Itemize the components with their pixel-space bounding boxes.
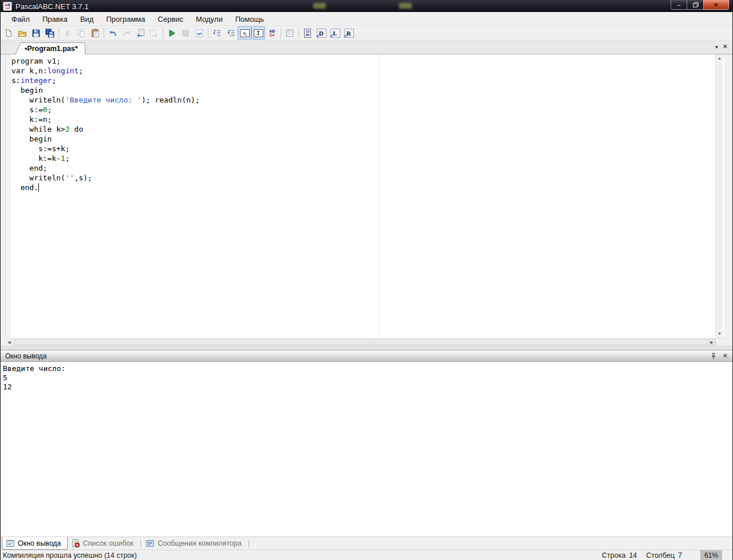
tab-separator (140, 539, 141, 547)
app-window: AB .net PascalABC.NET 3.7.1 – ✕ Файл Пра… (0, 0, 733, 560)
tab-list-dropdown-icon[interactable]: ▾ (715, 44, 718, 50)
save-all-button[interactable] (43, 26, 57, 40)
save-all-icon (45, 28, 55, 38)
format-code-button[interactable] (210, 26, 224, 40)
menu-view[interactable]: Вид (74, 14, 100, 25)
code-line: s:=0; (11, 105, 200, 115)
code-line: k:=n; (11, 115, 200, 124)
status-line-label: Строка (602, 551, 625, 559)
redo-button[interactable] (120, 26, 133, 40)
copy-button[interactable] (74, 26, 88, 40)
disassembly-l-icon: ↲L (330, 29, 340, 38)
code-text[interactable]: program v1;var k,n:longint;s:integer; be… (11, 56, 200, 192)
tab-close-icon[interactable]: ✕ (723, 43, 728, 50)
code-line: k:=k-1; (11, 153, 200, 163)
tab-output-window-label: Окно вывода (18, 539, 61, 547)
code-line: end. (11, 183, 200, 192)
toolbar-separator (281, 28, 281, 38)
disassembly-d-button[interactable]: ↲D (314, 26, 328, 40)
output-panel-title: Окно вывода (5, 352, 47, 360)
scroll-up-icon[interactable]: ▲ (716, 54, 723, 62)
save-file-icon (31, 28, 41, 38)
toolbar-separator (163, 28, 163, 38)
restore-icon (693, 2, 698, 7)
nav-forward-button[interactable] (147, 26, 161, 40)
code-line: begin (11, 134, 200, 144)
editor-gutter (6, 54, 11, 338)
ibeam-toggle-button[interactable]: I (251, 26, 265, 40)
nav-back-button[interactable] (133, 26, 147, 40)
tab-error-list[interactable]: Список ошибок (68, 537, 140, 550)
document-tab-strip: •Program1.pas* ▾ ✕ (1, 41, 732, 54)
output-text: Введите число: 5 12 (1, 362, 732, 392)
new-file-button[interactable] (2, 26, 15, 40)
redo-icon (121, 28, 132, 38)
format-code-icon (212, 28, 222, 38)
cut-icon: ✂ (64, 29, 71, 38)
disassembly-r-button[interactable]: ↲R (342, 26, 356, 40)
output-window-icon (6, 539, 15, 548)
form-designer-button[interactable] (283, 26, 297, 40)
app-logo-icon: AB .net (3, 2, 12, 11)
menu-file[interactable]: Файл (5, 14, 36, 25)
close-button[interactable]: ✕ (703, 0, 729, 10)
tab-program1[interactable]: •Program1.pas* (22, 42, 85, 54)
open-file-icon (17, 28, 27, 38)
code-line: s:=s+k; (11, 144, 200, 153)
cut-button[interactable]: ✂ (61, 26, 74, 40)
disassembly-l-button[interactable]: ↲L (328, 26, 342, 40)
titlebar-artifact (313, 3, 326, 9)
zoom-level-indicator[interactable]: 61% (700, 550, 722, 560)
restore-button[interactable] (687, 0, 703, 10)
menu-program[interactable]: Программа (100, 14, 151, 25)
code-templates-icon: CODE (304, 29, 310, 38)
horizontal-scrollbar-thumb[interactable]: ∙∙∙ (14, 339, 716, 345)
code-editor[interactable]: program v1;var k,n:longint;s:integer; be… (5, 54, 724, 338)
form-designer-icon (285, 28, 295, 38)
menu-service[interactable]: Сервис (152, 14, 190, 25)
menu-help[interactable]: Помощь (229, 14, 270, 25)
toolbar-separator (298, 28, 299, 38)
code-line: writeln('Введите число: '); readln(n); (11, 95, 200, 105)
stop-button[interactable] (179, 26, 192, 40)
tab-compiler-messages[interactable]: Сообщения компилятора (142, 537, 247, 550)
scrollbar-grip-icon: ∙∙∙ (365, 341, 373, 344)
menu-modules[interactable]: Модули (190, 14, 229, 25)
run-without-connection-button[interactable] (192, 26, 206, 40)
menu-edit[interactable]: Правка (36, 14, 74, 25)
open-file-button[interactable] (15, 26, 29, 40)
auto-indent-button[interactable] (224, 26, 238, 40)
paste-icon (90, 28, 100, 38)
tab-output-window[interactable]: Окно вывода (2, 537, 68, 550)
vertical-scrollbar[interactable]: ▲ ▼ (715, 54, 723, 338)
horizontal-scrollbar[interactable]: ◀ ∙∙∙ ▶ (1, 338, 732, 345)
toolbar-separator (104, 28, 104, 38)
status-line-value: 14 (629, 551, 637, 559)
titlebar-artifact (399, 3, 412, 9)
minimize-button[interactable]: – (671, 0, 687, 10)
code-line: end; (11, 163, 200, 173)
code-line: s:integer; (11, 76, 200, 85)
new-file-icon (3, 28, 14, 38)
code-templates-button[interactable]: CODE (301, 26, 314, 40)
pin-icon[interactable] (710, 353, 717, 360)
ibeam-toggle-icon: I (254, 29, 263, 37)
compiler-messages-icon (145, 539, 155, 548)
console-window-toggle-button[interactable]: >_ (238, 26, 251, 40)
code-line: program v1; (11, 56, 200, 66)
window-title: PascalABC.NET 3.7.1 (15, 2, 89, 11)
code-line: while k>2 do (11, 124, 200, 134)
run-button[interactable] (165, 26, 179, 40)
undo-button[interactable] (106, 26, 120, 40)
paste-button[interactable] (88, 26, 102, 40)
scroll-down-icon[interactable]: ▼ (716, 330, 723, 338)
save-file-button[interactable] (29, 26, 43, 40)
editor-area: program v1;var k,n:longint;s:integer; be… (1, 54, 732, 338)
disassembly-r-icon: ↲R (344, 29, 354, 38)
output-close-icon[interactable]: ✕ (723, 352, 728, 360)
code-completion-icon: ABC+ (269, 29, 275, 37)
console-window-toggle-icon: >_ (240, 29, 250, 37)
code-completion-button[interactable]: ABC+ (265, 26, 279, 40)
output-panel-content: Введите число: 5 12 (1, 362, 732, 537)
panel-splitter[interactable] (1, 345, 732, 350)
